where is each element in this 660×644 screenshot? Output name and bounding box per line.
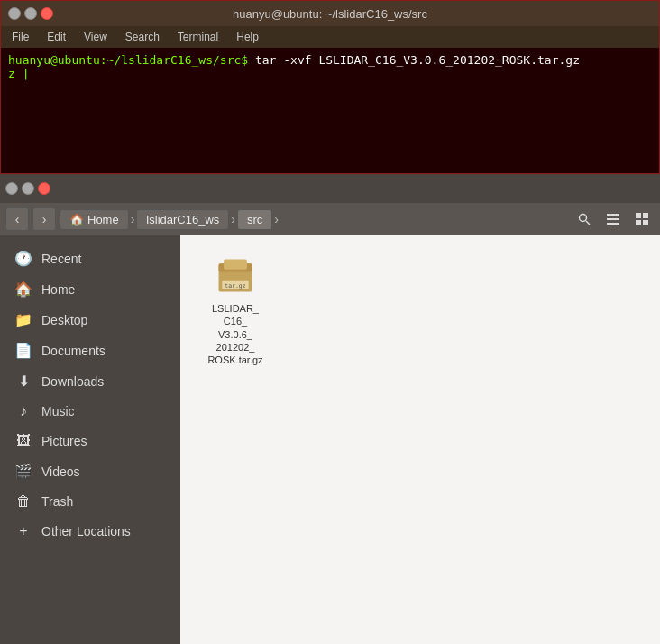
videos-icon: 🎬 bbox=[14, 463, 32, 480]
terminal-menu-search[interactable]: Search bbox=[118, 29, 167, 45]
sidebar-label-documents: Documents bbox=[41, 344, 105, 358]
sidebar-label-home: Home bbox=[41, 282, 75, 297]
terminal-menu-file[interactable]: File bbox=[5, 29, 36, 45]
terminal-menu-help[interactable]: Help bbox=[229, 29, 266, 45]
sidebar: 🕐 Recent 🏠 Home 📁 Desktop 📄 Documents ⬇ … bbox=[0, 235, 180, 644]
fm-main: 🕐 Recent 🏠 Home 📁 Desktop 📄 Documents ⬇ … bbox=[0, 235, 660, 644]
sidebar-item-downloads[interactable]: ⬇ Downloads bbox=[4, 366, 177, 396]
sidebar-item-documents[interactable]: 📄 Documents bbox=[4, 336, 177, 365]
breadcrumb-sep-2: › bbox=[231, 212, 235, 226]
downloads-icon: ⬇ bbox=[14, 373, 32, 390]
sidebar-item-trash[interactable]: 🗑 Trash bbox=[4, 487, 177, 516]
svg-text:tar.gz: tar.gz bbox=[225, 282, 245, 290]
terminal-minimize-button[interactable] bbox=[8, 7, 21, 20]
back-button[interactable]: ‹ bbox=[5, 207, 29, 231]
sidebar-item-videos[interactable]: 🎬 Videos bbox=[4, 456, 177, 486]
terminal-prompt: huanyu@ubuntu:~/lslidarC16_ws/src$ bbox=[8, 53, 248, 67]
terminal-maximize-button[interactable] bbox=[24, 7, 37, 20]
terminal-win-controls[interactable] bbox=[8, 7, 53, 20]
music-icon: ♪ bbox=[14, 403, 32, 419]
fm-win-controls[interactable] bbox=[5, 182, 50, 195]
sidebar-item-music[interactable]: ♪ Music bbox=[4, 397, 177, 426]
svg-rect-2 bbox=[607, 214, 619, 216]
pictures-icon: 🖼 bbox=[14, 433, 32, 449]
svg-rect-4 bbox=[607, 223, 619, 225]
search-icon bbox=[577, 212, 591, 226]
sidebar-label-music: Music bbox=[41, 404, 75, 419]
view-grid-button[interactable] bbox=[629, 207, 655, 232]
terminal-body[interactable]: huanyu@ubuntu:~/lslidarC16_ws/src$ tar -… bbox=[1, 48, 659, 173]
forward-button[interactable]: › bbox=[32, 207, 56, 231]
sidebar-label-other: Other Locations bbox=[41, 524, 131, 538]
breadcrumb-lslidar[interactable]: lslidarC16_ws bbox=[136, 209, 229, 230]
file-content-area: tar.gz LSLIDAR_C16_V3.0.6_201202_ROSK.ta… bbox=[180, 235, 660, 644]
breadcrumb-sep-1: › bbox=[131, 212, 135, 226]
terminal-line-1: huanyu@ubuntu:~/lslidarC16_ws/src$ tar -… bbox=[8, 53, 652, 67]
terminal-title: huanyu@ubuntu: ~/lslidarC16_ws/src bbox=[53, 7, 607, 21]
terminal-command: tar -xvf LSLIDAR_C16_V3.0.6_201202_ROSK.… bbox=[248, 53, 580, 67]
trash-icon: 🗑 bbox=[14, 493, 32, 510]
sidebar-item-desktop[interactable]: 📁 Desktop bbox=[4, 305, 177, 335]
breadcrumb-sep-3: › bbox=[274, 212, 279, 226]
terminal-menubar: File Edit View Search Terminal Help bbox=[1, 26, 659, 48]
tar-gz-file-icon: tar.gz bbox=[214, 255, 257, 299]
svg-rect-6 bbox=[643, 213, 648, 218]
terminal-menu-view[interactable]: View bbox=[77, 29, 115, 45]
terminal-titlebar: huanyu@ubuntu: ~/lslidarC16_ws/src bbox=[1, 1, 659, 26]
fm-maximize-button[interactable] bbox=[22, 182, 34, 195]
svg-line-1 bbox=[586, 221, 590, 225]
svg-point-0 bbox=[580, 215, 587, 222]
file-item-tar[interactable]: tar.gz LSLIDAR_C16_V3.0.6_201202_ROSK.ta… bbox=[195, 250, 276, 372]
desktop-icon: 📁 bbox=[14, 311, 32, 328]
svg-rect-11 bbox=[224, 260, 247, 270]
grid-icon bbox=[635, 212, 649, 226]
fm-titlebar bbox=[0, 174, 660, 203]
fm-minimize-button[interactable] bbox=[5, 182, 18, 195]
sidebar-label-desktop: Desktop bbox=[41, 313, 87, 327]
sidebar-item-other[interactable]: + Other Locations bbox=[4, 517, 177, 546]
sidebar-item-pictures[interactable]: 🖼 Pictures bbox=[4, 427, 177, 455]
sidebar-label-recent: Recent bbox=[41, 252, 81, 266]
home-icon: 🏠 bbox=[69, 213, 84, 226]
terminal-menu-edit[interactable]: Edit bbox=[40, 29, 73, 45]
terminal-close-button[interactable] bbox=[41, 7, 53, 20]
breadcrumb: 🏠 Home › lslidarC16_ws › src › bbox=[60, 209, 568, 230]
svg-rect-8 bbox=[643, 220, 648, 225]
terminal-line-2: z | bbox=[8, 67, 652, 80]
list-icon bbox=[606, 212, 620, 226]
breadcrumb-src[interactable]: src bbox=[237, 209, 272, 230]
other-icon: + bbox=[14, 523, 32, 539]
fm-nav-right bbox=[572, 207, 655, 232]
sidebar-label-trash: Trash bbox=[41, 494, 73, 509]
fm-close-button[interactable] bbox=[38, 182, 50, 195]
sidebar-label-pictures: Pictures bbox=[41, 434, 87, 448]
recent-icon: 🕐 bbox=[14, 250, 32, 267]
svg-rect-5 bbox=[636, 213, 641, 218]
file-name-tar: LSLIDAR_C16_V3.0.6_201202_ROSK.tar.gz bbox=[207, 302, 262, 366]
sidebar-item-recent[interactable]: 🕐 Recent bbox=[4, 244, 177, 273]
svg-rect-7 bbox=[636, 220, 641, 225]
file-manager-window: ‹ › 🏠 Home › lslidarC16_ws › src › bbox=[0, 174, 660, 644]
breadcrumb-home[interactable]: 🏠 Home bbox=[60, 209, 129, 230]
fm-navbar: ‹ › 🏠 Home › lslidarC16_ws › src › bbox=[0, 203, 660, 235]
terminal-menu-terminal[interactable]: Terminal bbox=[170, 29, 225, 45]
sidebar-label-downloads: Downloads bbox=[41, 374, 104, 389]
search-button[interactable] bbox=[572, 207, 597, 232]
view-list-button[interactable] bbox=[600, 207, 626, 232]
terminal-window: huanyu@ubuntu: ~/lslidarC16_ws/src File … bbox=[0, 0, 660, 174]
svg-rect-3 bbox=[607, 218, 619, 220]
sidebar-item-home[interactable]: 🏠 Home bbox=[4, 274, 177, 304]
documents-icon: 📄 bbox=[14, 342, 32, 359]
terminal-next-prompt: z | bbox=[8, 67, 29, 80]
sidebar-label-videos: Videos bbox=[41, 465, 80, 479]
home-icon: 🏠 bbox=[14, 281, 32, 298]
